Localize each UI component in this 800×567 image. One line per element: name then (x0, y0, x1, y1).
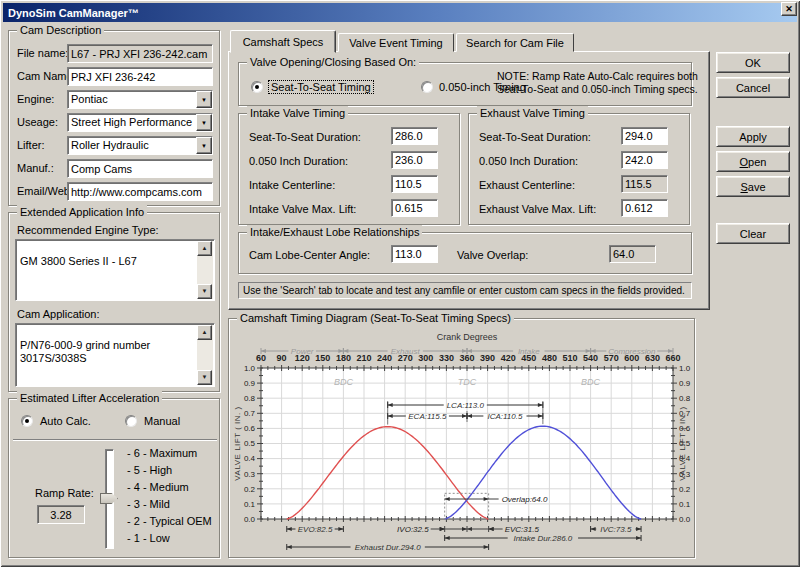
tab-valve-event-timing[interactable]: Valve Event Timing (338, 33, 454, 52)
search-note-text: Use the 'Search' tab to locate and test … (243, 285, 685, 296)
titlebar[interactable]: DynoSim CamManager™ (3, 3, 797, 22)
cam-description-legend: Cam Description (17, 23, 104, 38)
svg-text:0.6: 0.6 (244, 424, 256, 433)
tab-search-for-cam-file[interactable]: Search for Cam File (456, 33, 574, 52)
engine-type-textarea[interactable]: GM 3800 Series II - L67 ▲ ▼ (15, 239, 215, 301)
divider (13, 439, 217, 441)
apply-button[interactable]: Apply (716, 126, 790, 147)
svg-text:Intake Dur.286.0: Intake Dur.286.0 (513, 534, 572, 543)
lifter-accel-legend: Estimated Lifter Acceleration (17, 391, 162, 406)
svg-text:0.9: 0.9 (244, 379, 256, 388)
inch-timing-radio[interactable] (421, 81, 433, 93)
exhaust-timing-group: Exhaust Valve Timing Seat-To-Seat Durati… (468, 113, 690, 225)
close-icon[interactable]: ✕ (781, 2, 797, 16)
lifter-combobox[interactable]: Roller Hydraulic ▼ (67, 136, 213, 155)
seat-to-seat-radio[interactable] (251, 81, 263, 93)
email-web-field[interactable] (67, 182, 213, 201)
lifter-value: Roller Hydraulic (71, 139, 194, 151)
svg-text:150: 150 (315, 353, 330, 363)
exhaust-seat-duration-field[interactable] (621, 127, 668, 145)
cam-lobe-angle-field[interactable] (391, 245, 438, 263)
intake-centerline-field[interactable] (391, 175, 438, 193)
save-label: S (740, 181, 747, 193)
window-title: DynoSim CamManager™ (8, 7, 139, 19)
intake-max-lift-field[interactable] (391, 199, 438, 217)
svg-text:Exhaust: Exhaust (391, 347, 421, 356)
valve-overlap-field (609, 245, 656, 263)
ok-button[interactable]: OK (716, 52, 790, 73)
search-note-bar: Use the 'Search' tab to locate and test … (238, 282, 692, 299)
svg-text:EVO:82.5: EVO:82.5 (298, 525, 333, 534)
seat-to-seat-label[interactable]: Seat-To-Seat Timing (269, 81, 373, 93)
manual-radio[interactable] (125, 415, 137, 427)
svg-text:1.0: 1.0 (244, 364, 256, 373)
chevron-down-icon[interactable]: ▼ (196, 114, 212, 131)
engine-type-label: Recommended Engine Type: (17, 224, 159, 236)
scroll-down-icon[interactable]: ▼ (197, 370, 212, 385)
manual-label: Manual (144, 415, 180, 427)
scrollbar[interactable]: ▲ ▼ (197, 325, 213, 385)
engine-combobox[interactable]: Pontiac ▼ (67, 90, 213, 109)
lobe-relationships-group: Intake/Exhaust Lobe Relationships Cam Lo… (238, 232, 692, 274)
svg-text:Crank Degrees: Crank Degrees (437, 332, 498, 342)
auto-calc-radio[interactable] (21, 415, 33, 427)
cancel-button[interactable]: Cancel (716, 77, 790, 98)
clear-button[interactable]: Clear (716, 223, 790, 244)
timing-diagram-group: Camshaft Timing Diagram (Seat-To-Seat Ti… (228, 318, 695, 558)
engine-type-text: GM 3800 Series II - L67 (20, 255, 137, 267)
useage-combobox[interactable]: Street High Performance ▼ (67, 113, 213, 132)
useage-value: Street High Performance (71, 116, 194, 128)
ramp-rate-value (37, 505, 85, 524)
chevron-down-icon[interactable]: ▼ (196, 137, 212, 154)
valve-overlap-label: Valve Overlap: (457, 249, 528, 261)
chevron-down-icon[interactable]: ▼ (196, 91, 212, 108)
intake-row-label: 0.050 Inch Duration: (249, 155, 348, 167)
tab-camshaft-specs[interactable]: Camshaft Specs (230, 30, 336, 53)
svg-text:0.2: 0.2 (244, 485, 256, 494)
engine-value: Pontiac (71, 93, 194, 105)
file-name-field[interactable] (67, 44, 213, 63)
intake-050-duration-field[interactable] (391, 151, 438, 169)
cancel-label: Cancel (736, 82, 770, 94)
svg-text:Overlap:64.0: Overlap:64.0 (502, 495, 548, 504)
lobe-relationships-legend: Intake/Exhaust Lobe Relationships (247, 225, 422, 240)
svg-text:0.8: 0.8 (244, 394, 256, 403)
svg-text:0.4: 0.4 (244, 454, 256, 463)
cam-name-field[interactable] (67, 67, 213, 86)
exhaust-050-duration-field[interactable] (621, 151, 668, 169)
cam-application-textarea[interactable]: P/N76-000-9 grind number 3017S/3038S ▲ ▼ (15, 323, 215, 387)
ok-label: OK (745, 57, 761, 69)
svg-text:TDC: TDC (458, 377, 477, 387)
valve-basis-legend: Valve Opening/Closing Based On: (247, 55, 419, 70)
svg-text:0.3: 0.3 (244, 470, 256, 479)
ramp-rate-slider-thumb[interactable] (100, 493, 118, 504)
svg-text:Compression: Compression (608, 347, 656, 356)
svg-text:480: 480 (542, 353, 557, 363)
exhaust-max-lift-field[interactable] (621, 199, 668, 217)
intake-seat-duration-field[interactable] (391, 127, 438, 145)
slider-label-4: - 4 - Medium (127, 481, 189, 493)
svg-text:0.5: 0.5 (244, 439, 256, 448)
slider-label-5: - 5 - High (127, 464, 172, 476)
manuf-field[interactable] (67, 159, 213, 178)
svg-text:0.1: 0.1 (679, 500, 691, 509)
svg-text:180: 180 (336, 353, 351, 363)
file-name-label: File name: (17, 47, 68, 59)
svg-text:510: 510 (562, 353, 577, 363)
valve-basis-group: Valve Opening/Closing Based On: Seat-To-… (238, 62, 692, 106)
exhaust-row-label: 0.050 Inch Duration: (479, 155, 578, 167)
auto-calc-label: Auto Calc. (40, 415, 91, 427)
scrollbar[interactable]: ▲ ▼ (197, 241, 213, 299)
scroll-up-icon[interactable]: ▲ (197, 325, 212, 340)
exhaust-row-label: Seat-To-Seat Duration: (479, 131, 591, 143)
scroll-up-icon[interactable]: ▲ (197, 241, 212, 256)
save-button[interactable]: Save (716, 176, 790, 197)
exhaust-row-label: Exhaust Valve Max. Lift: (479, 203, 596, 215)
svg-text:VALVE LIFT ( IN. ): VALVE LIFT ( IN. ) (678, 406, 687, 480)
open-button[interactable]: Open (716, 151, 790, 172)
exhaust-centerline-field (621, 175, 668, 193)
scroll-down-icon[interactable]: ▼ (197, 284, 212, 299)
intake-row-label: Intake Centerline: (249, 179, 335, 191)
svg-text:IVO:32.5: IVO:32.5 (397, 525, 429, 534)
svg-text:0.7: 0.7 (244, 409, 256, 418)
